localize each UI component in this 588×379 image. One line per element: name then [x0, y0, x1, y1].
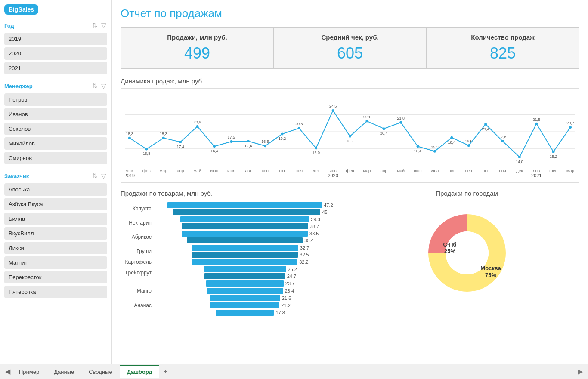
line-point-0	[128, 137, 131, 139]
tab-svodnye[interactable]: Сводные	[82, 365, 119, 378]
tab-add-button[interactable]: +	[160, 366, 171, 377]
x-label-10: ноя	[296, 168, 303, 173]
manager-filter-sort-icon[interactable]: ⇅	[91, 82, 99, 90]
line-point-23	[518, 156, 521, 158]
x-label-18: июл	[431, 168, 439, 173]
bar-row-0: Капуста47.245	[121, 202, 346, 215]
bar-value-1-10: 17.8	[275, 310, 285, 315]
line-label-0: 18,3	[126, 132, 133, 136]
tab-dashboard[interactable]: Дашборд	[120, 365, 159, 378]
manager-filter-funnel-icon[interactable]: ▽	[100, 82, 107, 90]
bar-row-8: 21.6	[121, 295, 346, 301]
line-point-10	[298, 127, 300, 129]
bar-fill-1-1	[180, 216, 309, 222]
bar-fill-2-2	[187, 237, 303, 243]
customer-item-azbuka[interactable]: Азбука Вкуса	[4, 198, 107, 210]
spb-percent: 25%	[444, 248, 455, 254]
line-point-5	[213, 145, 216, 148]
bar-track-7: 23.4	[155, 288, 346, 294]
year-filter-sort-icon[interactable]: ⇅	[91, 22, 99, 29]
bar-fill-1-5	[204, 266, 286, 272]
tab-bar-right: ⋮ ▶	[564, 367, 585, 376]
bar-label-4: Картофель	[121, 259, 155, 265]
manager-item-petrov[interactable]: Петров	[4, 93, 107, 106]
bar-label-1: Нектарин	[121, 220, 155, 226]
customer-filter-title: Заказчик	[4, 173, 29, 179]
year-item-2020[interactable]: 2020	[4, 47, 107, 60]
customer-item-magnit[interactable]: Магнит	[4, 256, 107, 269]
bar-value-1-2: 38.5	[309, 231, 319, 236]
line-label-21: 21,4	[482, 127, 489, 131]
customer-filter-funnel-icon[interactable]: ▽	[100, 172, 107, 180]
line-label-24: 21,5	[533, 117, 540, 122]
tab-scroll-right-button[interactable]: ▶	[576, 367, 585, 376]
line-label-23: 14,0	[516, 160, 523, 164]
tab-primer[interactable]: Пример	[12, 365, 46, 378]
x-label-21: окт	[483, 168, 489, 173]
year-label-2021: 2021	[531, 173, 542, 178]
year-filter-funnel-icon[interactable]: ▽	[100, 22, 107, 29]
line-label-8: 16,5	[261, 139, 269, 144]
bar-fill-1-6	[206, 280, 284, 287]
bar-track-3: 32.732.5	[155, 245, 346, 258]
year-item-2021[interactable]: 2021	[4, 62, 107, 74]
donut-chart-title: Продажи по городам	[354, 190, 579, 197]
x-label-8: сен	[262, 168, 269, 173]
bar-chart-title: Продажи по товарам, млн руб.	[121, 190, 346, 197]
line-label-11: 16,0	[313, 151, 320, 155]
tab-data[interactable]: Данные	[47, 365, 81, 378]
line-label-1: 15,8	[143, 151, 150, 156]
content-area: Отчет по продажам Продажи, млн руб. 499 …	[112, 0, 588, 364]
line-label-12: 24,5	[329, 104, 337, 108]
tab-prev-button[interactable]: ◀	[3, 367, 12, 376]
line-label-15: 20,4	[380, 131, 387, 136]
manager-item-mikhailov[interactable]: Михайлов	[4, 137, 107, 150]
manager-item-ivanov[interactable]: Иванов	[4, 108, 107, 120]
line-label-20: 16,6	[465, 139, 472, 143]
line-label-19: 18,4	[448, 140, 455, 145]
bar-fill-2-1	[182, 223, 308, 229]
year-label-2019: 2019	[125, 173, 135, 178]
customer-filter-items: Авоська Азбука Вкуса Билла ВкусВилл Дикс…	[4, 183, 107, 298]
customer-item-dixi[interactable]: Дикси	[4, 242, 107, 254]
bar-fill-2-0	[173, 209, 320, 215]
x-label-22: ноя	[499, 168, 506, 173]
bar-value-1-1: 39.3	[311, 217, 320, 222]
line-point-4	[196, 125, 199, 128]
line-chart-svg: 18,315,818,317,420,916,417,517,616,519,2…	[125, 93, 575, 183]
donut-chart-section: Продажи по городам	[354, 190, 579, 319]
line-label-14: 22,1	[363, 115, 371, 119]
bar-value-2-5: 24.7	[287, 274, 296, 279]
bar-fill-1-3	[192, 245, 299, 251]
bar-value-1-3: 32.7	[300, 245, 309, 250]
customer-item-pyaterochka[interactable]: Пятерочка	[4, 286, 107, 298]
line-label-25: 15,2	[550, 154, 557, 159]
x-label-12: янв	[330, 168, 337, 173]
bar-label-7: Манго	[121, 288, 155, 294]
year-item-2019[interactable]: 2019	[4, 33, 107, 45]
manager-item-sokolov[interactable]: Соколов	[4, 123, 107, 135]
customer-item-perekrestok[interactable]: Перекресток	[4, 271, 107, 283]
kpi-sales-value: 499	[125, 44, 269, 62]
manager-item-smirnov[interactable]: Смирнов	[4, 152, 107, 164]
line-label-17: 16,4	[414, 149, 421, 153]
line-label-16: 21,8	[397, 116, 404, 120]
bar-chart-section: Продажи по товарам, млн руб. Капуста47.2…	[121, 190, 346, 319]
line-point-9	[281, 133, 283, 136]
line-point-25	[552, 151, 555, 153]
x-label-24: янв	[533, 168, 540, 173]
line-label-4: 20,9	[194, 120, 201, 124]
donut-chart-wrap: С-Пб 25% Москва 75%	[354, 201, 579, 305]
customer-item-avoska[interactable]: Авоська	[4, 183, 107, 196]
kpi-avg-check: Средний чек, руб. 605	[274, 28, 427, 68]
x-label-15: апр	[381, 168, 388, 173]
tab-more-button[interactable]: ⋮	[564, 367, 574, 376]
bar-fill-1-9	[210, 302, 279, 308]
tab-bar: ◀ Пример Данные Сводные Дашборд + ⋮ ▶	[0, 364, 588, 379]
customer-item-billa[interactable]: Билла	[4, 213, 107, 225]
year-label-2020: 2020	[328, 173, 338, 178]
customer-item-vkusvill[interactable]: ВкусВилл	[4, 227, 107, 240]
bar-row-2: Абрикос38.535.4	[121, 231, 346, 243]
line-point-15	[383, 127, 385, 130]
customer-filter-sort-icon[interactable]: ⇅	[91, 172, 99, 180]
